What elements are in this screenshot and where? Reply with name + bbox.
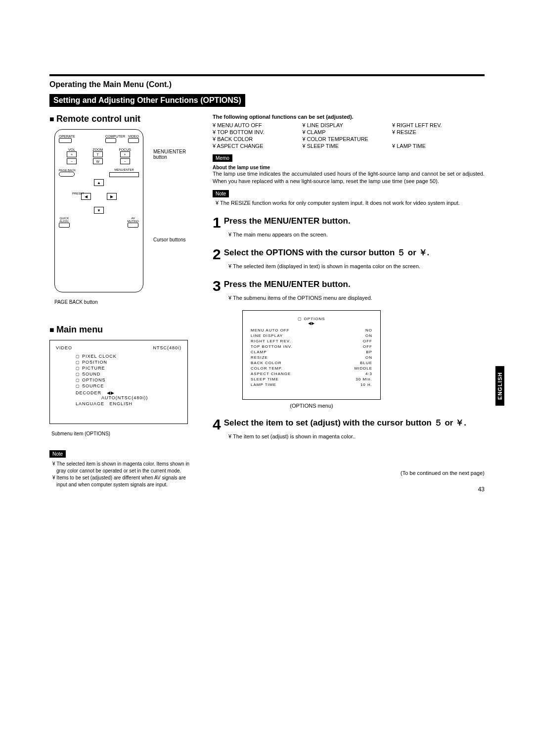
main-menu-caption: Submenu item (OPTIONS) — [51, 431, 198, 436]
memo-head: About the lamp use time — [213, 165, 485, 170]
om-v: OFF — [363, 339, 372, 343]
quick-align-label: QUICKALIGN. — [59, 217, 70, 223]
zoom-label: ZOOM — [92, 148, 103, 151]
computer-label: COMPUTER — [105, 135, 125, 138]
om-v: BP — [366, 350, 372, 354]
mm-item: PIXEL CLOCK — [76, 353, 181, 359]
note-tag-left: Note — [49, 450, 66, 458]
vol-label: VOL — [67, 148, 77, 151]
om-k: SLEEP TIME — [251, 377, 279, 381]
step-2-body: ¥ The selected item (displayed in text) … — [228, 263, 485, 270]
page-back-label: PAGE BACK — [59, 169, 76, 172]
focus-minus: − — [120, 158, 130, 164]
callout-cursor: Cursor buttons — [153, 237, 186, 242]
om-k: LINE DISPLAY — [251, 333, 283, 338]
om-v: ON — [365, 355, 372, 360]
step-num-3: 3 — [213, 279, 221, 292]
om-k: BACK COLOR — [251, 361, 281, 365]
opt: ¥ RESIZE — [392, 129, 482, 136]
main-menu-diagram: VIDEO NTSC(480i) PIXEL CLOCK POSITION PI… — [49, 340, 188, 424]
om-k: MENU AUTO OFF — [251, 328, 290, 332]
om-v: MIDDLE — [355, 366, 372, 371]
memo-body: The lamp use time indicates the accumula… — [213, 170, 485, 185]
om-k: RIGHT LEFT REV. — [251, 339, 291, 343]
om-v: 30 MIn. — [356, 377, 372, 381]
mm-lang-val: ENGLISH — [110, 401, 133, 406]
mm-item: POSITION — [76, 359, 181, 365]
callout-page-back: PAGE BACK button — [54, 299, 198, 305]
opt: ¥ ASPECT CHANGE — [213, 142, 303, 149]
options-menu-caption: (OPTIONS menu) — [242, 403, 381, 409]
om-v: BLUE — [360, 361, 372, 365]
right-note-body: ¥ The RESIZE function works for only com… — [213, 199, 485, 207]
mm-decoder-val: AUTO(NTSC(480i)) — [101, 395, 148, 400]
continued-text: (To be continued on the next page) — [213, 470, 485, 476]
opt: ¥ COLOR TEMPERATURE — [303, 136, 393, 142]
om-k: LAMP TIME — [251, 382, 276, 387]
remote-heading: ■ Remote control unit — [49, 114, 198, 124]
om-v: 4:3 — [365, 372, 372, 376]
focus-label: FOCUS — [119, 148, 131, 151]
language-tab: ENGLISH — [495, 366, 504, 406]
callout-menu-enter: MENU/ENTERbutton — [153, 149, 186, 160]
options-list: ¥ MENU AUTO OFF ¥ LINE DISPLAY ¥ RIGHT L… — [213, 122, 485, 149]
step-num-4: 4 — [213, 418, 221, 431]
cursor-right: ▶ — [107, 193, 117, 200]
main-menu-heading: ■ Main menu — [49, 325, 198, 335]
opt: ¥ LAMP TIME — [392, 142, 482, 149]
operate-button — [59, 138, 72, 143]
page-back-button — [59, 172, 75, 177]
cursor-up: ▲ — [94, 179, 104, 186]
section-title: Operating the Main Menu (Cont.) — [49, 80, 485, 89]
om-k: COLOR TEMP. — [251, 366, 283, 371]
av-muting-button — [128, 223, 138, 228]
mm-items: PIXEL CLOCK POSITION PICTURE SOUND OPTIO… — [76, 353, 181, 389]
om-title: OPTIONS — [304, 317, 325, 321]
opt: ¥ LINE DISPLAY — [303, 122, 393, 129]
menu-enter-label: MENU/ENTER — [109, 168, 139, 171]
options-menu-diagram: ▢ OPTIONS◀▶ MENU AUTO OFFNO LINE DISPLAY… — [242, 310, 381, 400]
step-num-2: 2 — [213, 247, 221, 261]
om-v: NO — [365, 328, 372, 332]
opt: ¥ TOP BOTTOM INV. — [213, 129, 303, 136]
om-k: CLAMP — [251, 350, 267, 354]
step-2-title: Select the OPTIONS with the cursor butto… — [224, 247, 485, 258]
memo-tag: Memo — [213, 154, 232, 162]
video-label: VIDEO — [128, 135, 139, 138]
operate-label: OPERATE — [59, 135, 75, 138]
step-4-body: ¥ The item to set (adjust) is shown in m… — [228, 433, 485, 440]
left-note-1: ¥ The selected item is shown in magenta … — [49, 461, 198, 474]
mm-lang-label: LANGUAGE — [76, 401, 104, 406]
om-k: RESIZE — [251, 355, 268, 360]
mm-item: PICTURE — [76, 365, 181, 371]
opt: ¥ SLEEP TIME — [303, 142, 393, 149]
mm-ntsc: NTSC(480i) — [153, 345, 181, 350]
om-v: 10 H. — [360, 382, 372, 387]
focus-plus: + — [120, 151, 130, 157]
intro-line: The following optional functions can be … — [213, 114, 485, 120]
page-banner: Setting and Adjusting Other Functions (O… — [49, 94, 245, 107]
step-3-title: Press the MENU/ENTER button. — [224, 279, 485, 289]
cursor-dpad: ▲ ▼ ◀ ▶ PRESET — [74, 179, 124, 214]
step-num-1: 1 — [213, 216, 221, 229]
divider — [49, 74, 485, 76]
opt: ¥ MENU AUTO OFF — [213, 122, 303, 129]
mm-video: VIDEO — [56, 345, 72, 350]
quick-align-button — [59, 223, 70, 228]
opt — [392, 136, 482, 142]
step-1-title: Press the MENU/ENTER button. — [224, 216, 485, 226]
om-k: TOP BOTTOM INV. — [251, 344, 293, 349]
step-4-title: Select the item to set (adjust) with the… — [224, 418, 485, 428]
av-muting-label: AVMUTING — [127, 217, 139, 223]
page-number: 43 — [213, 486, 485, 493]
mm-item: SOUND — [76, 371, 181, 377]
vol-minus: − — [67, 158, 77, 164]
menu-enter-button — [109, 172, 139, 177]
computer-button — [105, 138, 116, 143]
main-menu-heading-text: Main menu — [56, 325, 103, 334]
note-tag-right: Note — [213, 190, 229, 197]
zoom-t: T — [93, 151, 103, 157]
om-v: ON — [365, 333, 372, 338]
remote-heading-text: Remote control unit — [56, 114, 140, 124]
mm-decoder-label: DECODER — [76, 390, 101, 395]
